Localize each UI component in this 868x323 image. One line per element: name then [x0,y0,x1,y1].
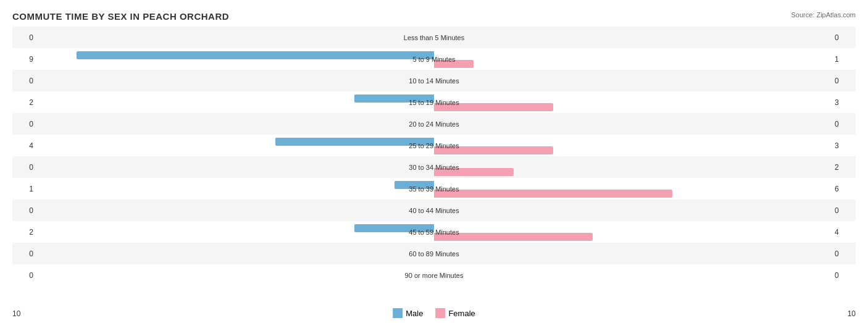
table-row: 0 10 to 14 Minutes 0 [12,70,856,91]
male-swatch [393,308,403,318]
right-value: 4 [831,228,856,237]
left-value: 0 [12,250,37,258]
row-label: Less than 5 Minutes [404,28,464,47]
table-row: 2 15 to 19 Minutes 3 [12,91,856,113]
right-value: 0 [831,271,856,280]
bars-wrapper: 25 to 29 Minutes [37,136,831,155]
right-value: 0 [831,120,856,128]
bars-wrapper: 5 to 9 Minutes [37,50,831,69]
table-row: 0 40 to 44 Minutes 0 [12,199,856,221]
female-bar [434,190,672,198]
right-value: 1 [831,55,856,64]
left-value: 0 [12,33,37,42]
left-value: 0 [12,271,37,280]
right-value: 3 [831,141,856,150]
left-value: 0 [12,206,37,215]
male-bar [394,181,434,189]
row-label: 60 to 89 Minutes [409,245,459,263]
female-bar [434,168,514,176]
bars-wrapper: 90 or more Minutes [37,266,831,285]
bars-wrapper: 15 to 19 Minutes [37,93,831,112]
legend-female: Female [435,308,475,318]
right-value: 3 [831,98,856,107]
bars-wrapper: 20 to 24 Minutes [37,115,831,133]
row-label: 10 to 14 Minutes [409,72,459,90]
legend: Male Female [393,308,475,318]
row-label: 20 to 24 Minutes [409,115,459,133]
left-value: 1 [12,185,37,193]
table-row: 0 Less than 5 Minutes 0 [12,27,856,48]
female-bar [434,103,553,111]
bars-wrapper: 35 to 39 Minutes [37,180,831,198]
table-row: 0 30 to 34 Minutes 2 [12,156,856,178]
male-label: Male [406,309,423,318]
female-bar [434,60,474,68]
left-value: 2 [12,98,37,107]
male-bar [354,94,434,103]
left-value: 0 [12,163,37,172]
right-value: 0 [831,206,856,215]
table-row: 0 90 or more Minutes 0 [12,264,856,286]
chart-title: COMMUTE TIME BY SEX IN PEACH ORCHARD [12,11,856,22]
table-row: 2 45 to 59 Minutes 4 [12,221,856,243]
bars-wrapper: 10 to 14 Minutes [37,72,831,90]
male-bar [354,224,434,232]
legend-male: Male [393,308,423,318]
table-row: 1 35 to 39 Minutes 6 [12,178,856,199]
bars-wrapper: 45 to 59 Minutes [37,223,831,241]
left-value: 2 [12,228,37,237]
female-swatch [435,308,445,318]
left-value: 0 [12,77,37,85]
right-value: 0 [831,33,856,42]
female-label: Female [448,309,475,318]
source-text: Source: ZipAtlas.com [791,11,856,19]
right-value: 2 [831,163,856,172]
right-value: 0 [831,77,856,85]
left-value: 4 [12,141,37,150]
left-value: 9 [12,55,37,64]
right-value: 0 [831,250,856,258]
male-bar [77,51,434,59]
table-row: 9 5 to 9 Minutes 1 [12,48,856,70]
bars-wrapper: 30 to 34 Minutes [37,158,831,177]
male-bar [275,138,434,146]
bars-wrapper: Less than 5 Minutes [37,28,831,47]
table-row: 0 60 to 89 Minutes 0 [12,243,856,264]
right-value: 6 [831,185,856,193]
female-bar [434,146,553,154]
table-row: 4 25 to 29 Minutes 3 [12,135,856,156]
table-row: 0 20 to 24 Minutes 0 [12,113,856,135]
row-label: 40 to 44 Minutes [409,201,459,220]
bars-wrapper: 40 to 44 Minutes [37,201,831,220]
female-bar [434,233,593,241]
row-label: 90 or more Minutes [405,266,464,285]
chart-area: 0 Less than 5 Minutes 0 9 5 to 9 Minutes… [12,27,856,283]
left-value: 0 [12,120,37,128]
chart-container: COMMUTE TIME BY SEX IN PEACH ORCHARD Sou… [0,0,868,323]
bars-wrapper: 60 to 89 Minutes [37,245,831,263]
axis-right: 10 [848,309,856,318]
axis-left: 10 [12,309,20,318]
